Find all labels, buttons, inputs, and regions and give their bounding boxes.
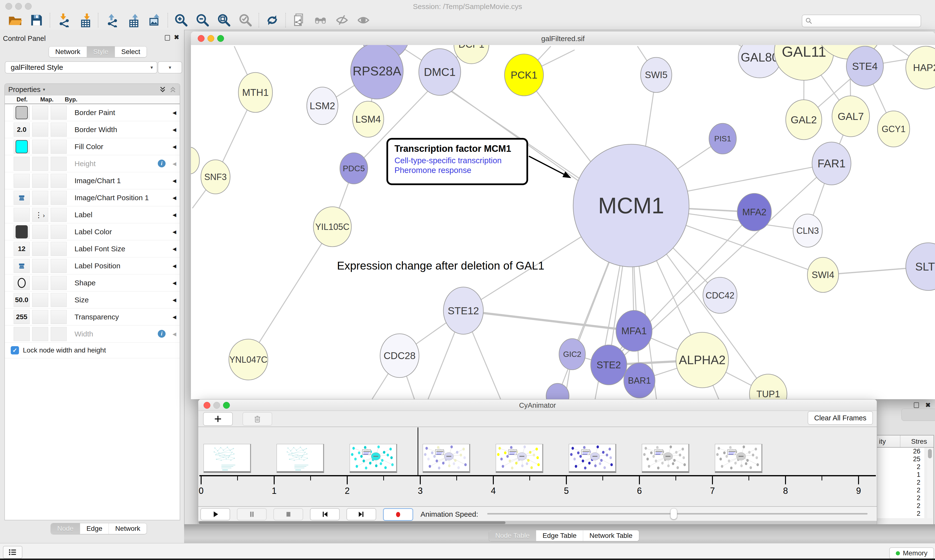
network-node[interactable]: FAR1	[812, 142, 851, 185]
tab-node-style[interactable]: Node	[51, 523, 80, 534]
expand-property-icon[interactable]: ◀	[173, 138, 176, 155]
network-node[interactable]: ALPHA2	[676, 332, 728, 388]
lock-size-checkbox[interactable]: ✓	[11, 346, 19, 354]
table-cell[interactable]: 2	[877, 486, 924, 494]
network-node[interactable]: MFA2	[737, 194, 771, 231]
property-row[interactable]: Label Position◀	[5, 257, 180, 274]
network-node[interactable]: PCK1	[505, 54, 543, 96]
annotation-link[interactable]: Pheromone response	[395, 166, 520, 175]
property-row[interactable]: 2.0Border Width◀	[5, 121, 180, 138]
mapping-cell[interactable]	[32, 242, 48, 256]
expand-property-icon[interactable]: ◀	[173, 240, 176, 257]
zoom-selected-icon[interactable]	[238, 12, 253, 28]
network-node[interactable]: CLN3	[793, 214, 822, 247]
table-cell[interactable]: 25	[877, 455, 924, 463]
default-value-cell[interactable]: 255	[14, 310, 30, 324]
expand-property-icon[interactable]: ◀	[173, 172, 176, 189]
export-network-icon[interactable]	[104, 12, 119, 28]
keyframe-thumbnail[interactable]	[569, 444, 616, 473]
default-value-cell[interactable]	[14, 208, 30, 222]
network-node[interactable]: SWI4	[807, 257, 839, 292]
expand-property-icon[interactable]: ◀	[173, 121, 176, 138]
expand-property-icon[interactable]: ◀	[173, 223, 176, 240]
find-icon[interactable]	[313, 12, 328, 28]
info-icon[interactable]: i	[158, 160, 165, 168]
hide-details-icon[interactable]	[335, 12, 349, 28]
bypass-cell[interactable]	[51, 140, 67, 154]
info-icon[interactable]: i	[158, 330, 165, 338]
keyframe-thumbnail[interactable]	[715, 444, 762, 473]
table-cell[interactable]: 2	[877, 463, 924, 471]
network-node[interactable]: DMC1	[419, 49, 461, 95]
network-node[interactable]: DCP1	[454, 45, 489, 64]
export-image-icon[interactable]	[147, 12, 162, 28]
close-panel-icon[interactable]: ✖	[174, 34, 179, 41]
network-node[interactable]	[546, 383, 569, 399]
tab-style[interactable]: Style	[87, 46, 115, 57]
bypass-cell[interactable]	[51, 276, 67, 290]
tab-edge-table[interactable]: Edge Table	[536, 530, 583, 541]
network-node[interactable]: RPS28A	[350, 45, 403, 99]
animation-speed-slider[interactable]	[487, 513, 867, 514]
network-node[interactable]: SNF3	[201, 160, 230, 194]
keyframe-thumbnail[interactable]	[204, 444, 251, 473]
property-row[interactable]: Widthi◀	[5, 326, 180, 343]
mapping-cell[interactable]	[32, 310, 48, 324]
zoom-in-icon[interactable]	[174, 12, 188, 28]
slider-thumb[interactable]	[670, 508, 677, 519]
bypass-cell[interactable]	[51, 242, 67, 256]
network-canvas[interactable]: RPS28ADMC1DCP1PCK1MTH1LSM2LSM4SNF3PDC5YI…	[191, 45, 935, 399]
network-node[interactable]: GAL2	[786, 100, 822, 140]
bypass-cell[interactable]	[51, 208, 67, 222]
table-cell[interactable]: 26	[877, 448, 924, 455]
play-button[interactable]	[201, 508, 230, 520]
table-cell[interactable]: 2	[877, 494, 924, 502]
default-value-cell[interactable]	[14, 157, 30, 171]
pause-button[interactable]	[237, 508, 267, 520]
timeline-playhead[interactable]	[418, 428, 418, 475]
default-value-cell[interactable]	[14, 191, 30, 205]
mapping-cell[interactable]	[32, 225, 48, 239]
network-node[interactable]: MCM1	[573, 144, 689, 267]
network-node[interactable]: SLT2	[906, 243, 935, 291]
property-row[interactable]: 12Label Font Size◀	[5, 240, 180, 257]
tab-network-table[interactable]: Network Table	[583, 530, 639, 541]
network-node[interactable]: CDC42	[703, 277, 737, 313]
add-frame-button[interactable]	[203, 412, 233, 426]
bypass-cell[interactable]	[51, 327, 67, 341]
network-node[interactable]: SWI5	[640, 57, 672, 92]
keyframe-thumbnail[interactable]	[423, 444, 470, 473]
prev-button[interactable]	[310, 508, 339, 520]
zoom-out-icon[interactable]	[195, 12, 210, 28]
collapse-all-icon[interactable]	[170, 86, 176, 93]
stop-button[interactable]	[273, 508, 303, 520]
network-node[interactable]: LSM2	[307, 87, 338, 125]
table-scrollbar[interactable]	[927, 448, 933, 518]
show-details-icon[interactable]	[356, 12, 370, 28]
network-node[interactable]: STE2	[591, 345, 627, 385]
network-node[interactable]: YNL047C	[229, 339, 268, 380]
keyframe-thumbnail[interactable]	[496, 444, 543, 473]
mapping-cell[interactable]	[32, 123, 48, 137]
property-row[interactable]: 50.0Size◀	[5, 291, 180, 308]
network-node[interactable]: PDC5	[340, 153, 368, 184]
expand-property-icon[interactable]: ◀	[173, 155, 176, 172]
next-button[interactable]	[347, 508, 376, 520]
network-node[interactable]: GAL11	[774, 45, 834, 80]
table-header[interactable]: ity Stres	[877, 435, 933, 448]
property-row[interactable]: Fill Color◀	[5, 138, 180, 155]
export-table-icon[interactable]	[126, 12, 140, 28]
search-input[interactable]	[815, 17, 921, 25]
mapping-cell[interactable]	[32, 106, 48, 120]
network-node[interactable]: GIC2	[559, 338, 585, 370]
default-value-cell[interactable]	[14, 106, 30, 120]
memory-button[interactable]: Memory	[889, 547, 934, 559]
cyanimator-titlebar[interactable]: CyAnimator	[198, 400, 877, 411]
annotation-box[interactable]: Transcription factor MCM1 Cell-type-spec…	[386, 138, 528, 185]
mapping-cell[interactable]	[32, 157, 48, 171]
record-button[interactable]	[383, 508, 413, 521]
clear-all-frames-button[interactable]: Clear All Frames	[808, 411, 873, 425]
network-node[interactable]: MTH1	[238, 72, 273, 112]
tab-network-style[interactable]: Network	[109, 523, 147, 534]
expand-property-icon[interactable]: ◀	[173, 104, 176, 121]
